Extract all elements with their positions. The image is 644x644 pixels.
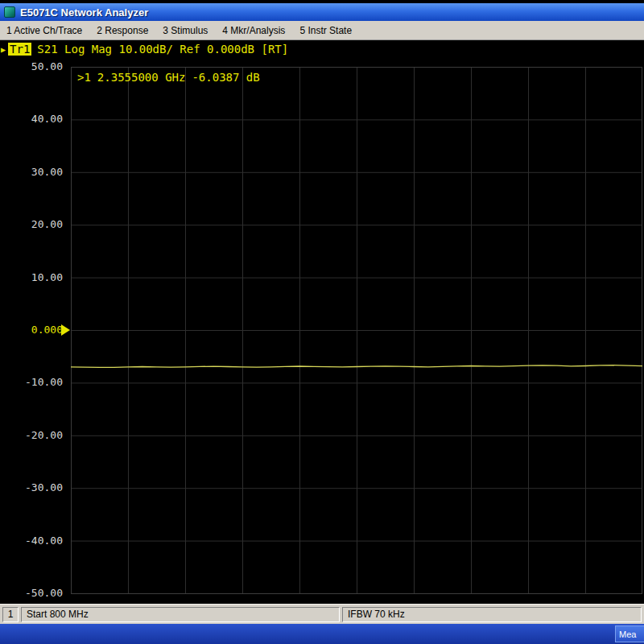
y-axis-label: 0.000 xyxy=(31,324,63,336)
marker-readout: >12.3555000 GHz-6.0387 dB xyxy=(77,71,266,84)
marker-frequency: 2.3555000 GHz xyxy=(97,71,186,84)
analyzer-window: E5071C Network Analyzer 1 Active Ch/Trac… xyxy=(0,0,644,644)
y-axis-label: -30.00 xyxy=(25,481,63,494)
marker-number: >1 xyxy=(77,71,91,84)
chart-area: 50.0040.0030.0020.0010.000.000-10.00-20.… xyxy=(0,58,644,604)
y-axis-labels: 50.0040.0030.0020.0010.000.000-10.00-20.… xyxy=(0,58,64,604)
menu-response[interactable]: 2 Response xyxy=(97,25,148,36)
y-axis-label: 10.00 xyxy=(31,271,63,284)
trace-header: ▶ Tr1 S21 Log Mag 10.00dB/ Ref 0.000dB [… xyxy=(0,40,644,58)
menu-stimulus[interactable]: 3 Stimulus xyxy=(163,25,208,36)
reference-level-marker-icon xyxy=(61,324,70,336)
window-title: E5071C Network Analyzer xyxy=(20,6,148,19)
title-bar[interactable]: E5071C Network Analyzer xyxy=(0,3,644,21)
y-axis-label: -50.00 xyxy=(25,587,63,600)
menu-bar: 1 Active Ch/Trace 2 Response 3 Stimulus … xyxy=(0,21,644,40)
y-axis-label: -10.00 xyxy=(25,376,63,389)
ifbw-readout: IFBW 70 kHz xyxy=(342,607,642,622)
menu-mkr-analysis[interactable]: 4 Mkr/Analysis xyxy=(222,25,285,36)
menu-active-ch-trace[interactable]: 1 Active Ch/Trace xyxy=(6,25,82,36)
channel-indicator: 1 xyxy=(2,607,19,622)
taskbar-measurement-button[interactable]: Mea xyxy=(615,625,644,642)
active-trace-arrow-icon: ▶ xyxy=(1,45,6,54)
y-axis-label: 30.00 xyxy=(31,166,63,179)
app-icon xyxy=(4,6,15,18)
taskbar: Mea xyxy=(0,624,644,644)
trace-settings-text: S21 Log Mag 10.00dB/ Ref 0.000dB [RT] xyxy=(37,43,288,56)
status-bar: 1 Start 800 MHz IFBW 70 kHz xyxy=(0,604,644,624)
y-axis-label: -20.00 xyxy=(25,429,63,442)
marker-value: -6.0387 dB xyxy=(192,71,259,84)
y-axis-label: 40.00 xyxy=(31,113,63,126)
y-axis-label: 20.00 xyxy=(31,218,63,231)
y-axis-label: 50.00 xyxy=(31,60,63,73)
start-frequency-readout: Start 800 MHz xyxy=(21,607,340,622)
y-axis-label: -40.00 xyxy=(25,535,63,547)
plot-grid xyxy=(71,67,642,594)
menu-instr-state[interactable]: 5 Instr State xyxy=(299,25,352,36)
trace-name-badge[interactable]: Tr1 xyxy=(8,43,31,56)
